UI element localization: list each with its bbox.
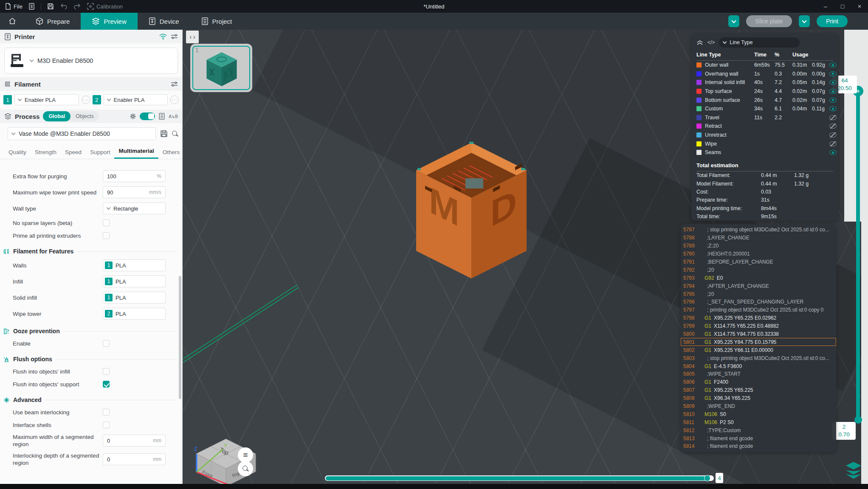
save-icon[interactable] (47, 3, 54, 10)
wifi-icon[interactable] (159, 33, 167, 40)
gcode-viewer-panel[interactable]: 5787; stop printing object M3DCube2 Oct … (681, 224, 836, 452)
tab-device[interactable]: Device (138, 13, 190, 30)
maximize-button[interactable]: □ (834, 0, 851, 13)
extra-flow-input[interactable]: 100% (103, 170, 166, 182)
layer-slider-bottom-handle[interactable] (854, 416, 862, 424)
gcode-line[interactable]: 5788;LAYER_CHANGE (681, 234, 836, 242)
print-button[interactable]: Print (817, 15, 848, 27)
gcode-line-selected[interactable]: 5801G1X95.225 Y84.775 E0.15795 (681, 338, 836, 346)
beam-interlocking-checkbox[interactable] (103, 409, 110, 416)
slice-dropdown-button[interactable] (728, 15, 739, 27)
printer-settings-icon[interactable] (171, 33, 178, 40)
horizontal-slider-handle[interactable] (704, 475, 710, 481)
gcode-line[interactable]: 5810M106S0 (681, 410, 836, 418)
gcode-toggle-icon[interactable]: </> (707, 39, 715, 45)
advanced-mode-toggle[interactable] (140, 112, 155, 120)
max-width-input[interactable]: 0mm (103, 435, 166, 447)
subtab-others[interactable]: Others (158, 147, 184, 159)
gcode-line[interactable]: 5809;WIPE_END (681, 402, 836, 410)
gcode-line[interactable]: 5806G1F2400 (681, 378, 836, 386)
solid-infill-filament-select[interactable]: 1PLA (103, 292, 166, 304)
redo-icon[interactable] (73, 3, 81, 10)
view-menu-button[interactable]: ≡ (238, 447, 253, 463)
sidebar-collapse-button[interactable]: ‹ › (186, 31, 199, 43)
gcode-line[interactable]: 5799G1X114.775 Y65.225 E0.48882 (681, 322, 836, 330)
gcode-line[interactable]: 5802G1X95.225 Y66.11 E0.00000 (681, 346, 836, 354)
flush-volumes-icon[interactable] (130, 113, 136, 120)
scope-objects[interactable]: Objects (70, 113, 99, 119)
flush-infill-checkbox[interactable] (103, 368, 110, 375)
visibility-eye-icon[interactable] (829, 141, 837, 146)
calibration-button[interactable]: Calibration (87, 3, 123, 10)
interface-shells-checkbox[interactable] (103, 422, 110, 428)
gcode-line[interactable]: 5789;Z:20 (681, 242, 836, 250)
subtab-support[interactable]: Support (86, 147, 114, 159)
visibility-eye-icon[interactable] (829, 150, 837, 155)
gcode-line[interactable]: 5790;HEIGHT:0.200001 (681, 250, 836, 258)
horizontal-move-slider[interactable] (325, 475, 714, 481)
process-preset-selector[interactable]: Vase Mode @M3D Enabler D8500 (8, 127, 156, 140)
gcode-line[interactable]: 5791;BEFORE_LAYER_CHANGE (681, 258, 836, 266)
filament-1-edit-button[interactable]: ··· (82, 96, 90, 104)
compare-presets-icon[interactable]: A↳B (169, 115, 178, 118)
slice-plate-button[interactable]: Slice plate (746, 15, 792, 27)
collapse-panel-icon[interactable] (696, 39, 703, 45)
filament-2-selector[interactable]: Enabler PLA (104, 94, 168, 105)
gcode-line[interactable]: 5807G1X95.225 Y65.225 (681, 386, 836, 394)
save-preset-icon[interactable] (160, 130, 168, 138)
infill-filament-select[interactable]: 1PLA (103, 275, 166, 287)
tab-prepare[interactable]: Prepare (25, 13, 81, 30)
subtab-speed[interactable]: Speed (61, 147, 86, 159)
subtab-strength[interactable]: Strength (31, 147, 61, 159)
search-settings-icon[interactable] (172, 131, 178, 137)
parameter-table-icon[interactable] (158, 113, 165, 120)
orientation-cube[interactable]: Top Front Right Z Y X (190, 436, 262, 488)
visibility-eye-icon[interactable] (829, 106, 837, 111)
tab-home[interactable] (0, 13, 25, 30)
sliced-model[interactable]: M D (410, 139, 533, 279)
visibility-eye-icon[interactable] (829, 124, 837, 129)
visibility-eye-icon[interactable] (829, 71, 837, 76)
subtab-quality[interactable]: Quality (4, 147, 31, 159)
gcode-line[interactable]: 5787; stop printing object M3DCube2 Oct … (681, 226, 836, 234)
gcode-line[interactable]: 5803; stop printing object M3DCube2 Oct … (681, 354, 836, 362)
plate-thumbnail[interactable]: 1 (190, 44, 252, 92)
visibility-eye-icon[interactable] (829, 62, 837, 67)
printer-selector[interactable]: M3D Enabler D8500 (4, 48, 178, 74)
close-button[interactable]: × (851, 0, 868, 13)
ooze-enable-checkbox[interactable] (103, 340, 110, 347)
file-menu[interactable]: File (5, 3, 23, 10)
visibility-eye-icon[interactable] (829, 80, 837, 85)
view-mode-dropdown[interactable]: Line Type (719, 37, 800, 48)
walls-filament-select[interactable]: 1PLA (103, 259, 166, 271)
interlocking-depth-input[interactable]: 0mm (103, 453, 166, 465)
gcode-line[interactable]: 5793G92E0 (681, 274, 836, 282)
layer-slider-track[interactable] (856, 95, 860, 418)
gcode-line[interactable]: 5804G1E-4.5 F3600 (681, 362, 836, 370)
filament-1-selector[interactable]: Enabler PLA (14, 94, 79, 105)
gcode-line[interactable]: 5796;_SET_FAN_SPEED_CHANGING_LAYER (681, 298, 836, 306)
gcode-line[interactable]: 5813; filament end gcode (681, 434, 836, 442)
notes-icon[interactable] (28, 3, 35, 10)
gcode-line[interactable]: 5800G1X114.775 Y84.775 E0.32338 (681, 330, 836, 338)
gcode-line[interactable]: 5794;AFTER_LAYER_CHANGE (681, 282, 836, 290)
subtab-multimaterial[interactable]: Multimaterial (114, 146, 158, 159)
no-sparse-checkbox[interactable] (103, 219, 110, 226)
sidebar-scrollbar[interactable] (179, 276, 181, 399)
undo-icon[interactable] (60, 3, 68, 10)
wipe-tower-filament-select[interactable]: 2PLA (103, 308, 166, 320)
visibility-eye-icon[interactable] (829, 98, 837, 103)
process-scope-toggle[interactable]: Global Objects (43, 111, 99, 121)
settings-scroll-area[interactable]: Extra flow for purging 100% Maximum wipe… (0, 166, 183, 484)
gcode-line[interactable]: 5808G1X96.34 Y65.225 (681, 394, 836, 402)
filament-settings-icon[interactable] (171, 81, 178, 87)
zoom-search-button[interactable] (238, 461, 253, 476)
filament-2-edit-button[interactable]: ··· (170, 96, 179, 104)
visibility-eye-icon[interactable] (829, 132, 837, 138)
scope-global[interactable]: Global (43, 111, 70, 121)
wall-type-select[interactable]: Rectangle (103, 202, 166, 214)
tab-project[interactable]: Project (190, 13, 243, 30)
minimize-button[interactable]: – (817, 0, 834, 13)
flush-support-checkbox[interactable] (103, 381, 110, 388)
tab-preview[interactable]: Preview (81, 13, 137, 30)
